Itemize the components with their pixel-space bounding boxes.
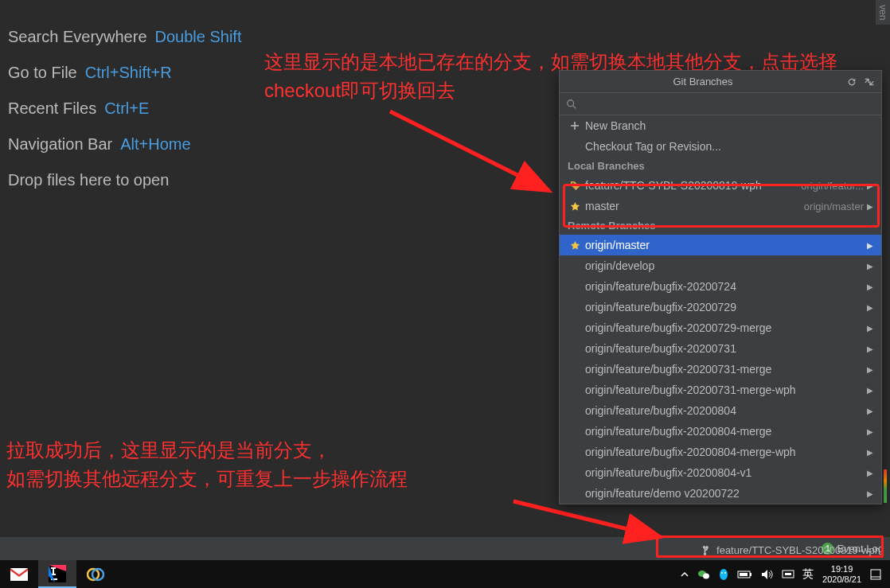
git-branch-icon bbox=[702, 545, 713, 556]
popup-title: Git Branches bbox=[564, 76, 841, 88]
svg-rect-19 bbox=[750, 573, 751, 576]
chevron-right-icon: ▶ bbox=[867, 282, 873, 291]
branch-name: origin/feature/bugfix-20200804-merge bbox=[585, 425, 867, 438]
branch-name: origin/feature/bugfix-20200731 bbox=[585, 342, 867, 355]
menu-label: New Branch bbox=[585, 119, 873, 132]
branch-name: origin/feature/bugfix-20200804-v1 bbox=[585, 466, 867, 479]
svg-line-3 bbox=[573, 105, 576, 108]
branch-name: origin/feature/bugfix-20200724 bbox=[585, 280, 867, 293]
hint-recent-files: Recent Files Ctrl+E bbox=[8, 99, 242, 118]
tray-battery-icon[interactable] bbox=[737, 570, 753, 579]
hint-shortcut: Double Shift bbox=[155, 28, 242, 46]
branch-name: feature/TTC-SYBL-S20200819-wph bbox=[585, 179, 801, 192]
system-tray: 英 19:19 2020/8/21 bbox=[671, 560, 890, 588]
branch-item[interactable]: origin/feature/bugfix-20200804-v1▶ bbox=[560, 462, 881, 483]
expand-icon[interactable] bbox=[862, 75, 876, 89]
branch-name: master bbox=[585, 200, 804, 212]
taskbar-intellij-button[interactable] bbox=[38, 560, 76, 588]
hint-shortcut: Ctrl+Shift+R bbox=[85, 64, 172, 82]
popup-search-row[interactable] bbox=[560, 93, 881, 115]
svg-line-0 bbox=[390, 111, 549, 191]
branch-name: origin/feature/bugfix-20200731-merge-wph bbox=[585, 384, 867, 396]
svg-rect-20 bbox=[740, 573, 748, 576]
star-icon bbox=[568, 201, 582, 212]
annotation-current-branch: 拉取成功后，这里显示的是当前分支， 如需切换其他远程分支，可重复上一步操作流程 bbox=[6, 436, 548, 493]
branch-item[interactable]: origin/feature/bugfix-20200729-merge▶ bbox=[560, 317, 881, 338]
hint-label: Recent Files bbox=[8, 99, 96, 118]
svg-point-17 bbox=[724, 572, 726, 574]
branch-name: origin/feature/bugfix-20200804-merge-wph bbox=[585, 446, 867, 458]
svg-point-2 bbox=[568, 99, 574, 106]
chevron-right-icon: ▶ bbox=[867, 448, 873, 457]
svg-point-15 bbox=[720, 569, 728, 580]
branch-item[interactable]: origin/develop▶ bbox=[560, 255, 881, 276]
tray-network-icon[interactable] bbox=[782, 569, 794, 580]
refresh-icon[interactable] bbox=[845, 75, 859, 89]
search-icon bbox=[566, 99, 577, 110]
taskbar-gmail-button[interactable] bbox=[0, 560, 38, 588]
hint-label: Drop files here to open bbox=[8, 171, 169, 189]
chevron-right-icon: ▶ bbox=[867, 324, 873, 333]
maven-toolwindow-tab[interactable]: ven bbox=[876, 0, 890, 25]
branch-item[interactable]: origin/feature/bugfix-20200804▶ bbox=[560, 400, 881, 421]
branch-item[interactable]: origin/feature/bugfix-20200804-merge-wph… bbox=[560, 442, 881, 462]
branch-item[interactable]: origin/feature/bugfix-20200724▶ bbox=[560, 276, 881, 297]
hint-label: Navigation Bar bbox=[8, 135, 112, 154]
branch-name: origin/feature/bugfix-20200804 bbox=[585, 404, 867, 417]
svg-point-14 bbox=[703, 573, 709, 578]
branch-item[interactable]: origin/feature/demo v20200722▶ bbox=[560, 483, 881, 504]
local-branches-header: Local Branches bbox=[560, 157, 881, 175]
chevron-right-icon: ▶ bbox=[867, 365, 873, 374]
tracking-branch: origin/master bbox=[804, 201, 864, 212]
chevron-right-icon: ▶ bbox=[867, 489, 873, 498]
branch-name: origin/feature/bugfix-20200729 bbox=[585, 301, 867, 313]
hint-shortcut: Ctrl+E bbox=[104, 99, 149, 118]
tray-time: 19:19 bbox=[831, 564, 853, 574]
tray-clock[interactable]: 19:19 2020/8/21 bbox=[822, 564, 861, 583]
branch-item[interactable]: feature/TTC-SYBL-S20200819-wphorigin/fea… bbox=[560, 175, 881, 196]
branch-item[interactable]: masterorigin/master▶ bbox=[560, 196, 881, 216]
star-icon bbox=[568, 240, 582, 251]
branch-item[interactable]: origin/feature/bugfix-20200804-merge▶ bbox=[560, 421, 881, 442]
taskbar-browser-button[interactable] bbox=[76, 560, 115, 588]
branch-item[interactable]: origin/feature/bugfix-20200731-merge▶ bbox=[560, 359, 881, 380]
branch-name: origin/master bbox=[585, 239, 867, 251]
tray-volume-icon[interactable] bbox=[761, 569, 774, 580]
branch-item[interactable]: origin/feature/bugfix-20200731-merge-wph… bbox=[560, 380, 881, 400]
plus-icon bbox=[568, 121, 582, 130]
git-branch-widget[interactable]: feature/TTC-SYBL-S20200819-wph bbox=[702, 544, 880, 556]
tracking-branch: origin/featur... bbox=[801, 180, 864, 192]
checkout-tag-action[interactable]: Checkout Tag or Revision... bbox=[560, 136, 881, 157]
tray-date: 2020/8/21 bbox=[822, 574, 861, 584]
svg-point-16 bbox=[721, 572, 723, 574]
tray-wechat-icon[interactable] bbox=[697, 569, 710, 580]
chevron-right-icon: ▶ bbox=[867, 386, 873, 395]
svg-point-4 bbox=[572, 182, 573, 184]
chevron-right-icon: ▶ bbox=[867, 181, 873, 190]
branch-name: origin/feature/demo v20200722 bbox=[585, 487, 867, 500]
chevron-right-icon: ▶ bbox=[867, 202, 873, 211]
tag-icon bbox=[568, 181, 582, 191]
svg-rect-22 bbox=[785, 573, 791, 575]
branch-item[interactable]: origin/master▶ bbox=[560, 235, 881, 255]
svg-line-1 bbox=[513, 501, 661, 537]
branch-item[interactable]: origin/feature/bugfix-20200731▶ bbox=[560, 338, 881, 359]
chevron-right-icon: ▶ bbox=[867, 262, 873, 271]
windows-taskbar: 英 19:19 2020/8/21 bbox=[0, 560, 890, 588]
chevron-right-icon: ▶ bbox=[867, 241, 873, 250]
chevron-right-icon: ▶ bbox=[867, 407, 873, 415]
popup-header: Git Branches bbox=[560, 71, 881, 93]
branch-item[interactable]: origin/feature/bugfix-20200729▶ bbox=[560, 297, 881, 317]
hint-goto-file: Go to File Ctrl+Shift+R bbox=[8, 64, 242, 82]
tray-notifications-icon[interactable] bbox=[870, 569, 881, 580]
tray-chevron-up-icon[interactable] bbox=[680, 570, 689, 579]
menu-label: Checkout Tag or Revision... bbox=[585, 140, 873, 153]
git-branches-popup: Git Branches New Branch Checkout Tag or … bbox=[559, 70, 882, 504]
hint-drop-files: Drop files here to open bbox=[8, 171, 242, 189]
tray-ime-indicator[interactable]: 英 bbox=[802, 567, 814, 582]
current-branch-name: feature/TTC-SYBL-S20200819-wph bbox=[716, 544, 880, 556]
new-branch-action[interactable]: New Branch bbox=[560, 115, 881, 136]
chevron-right-icon: ▶ bbox=[867, 427, 873, 436]
chevron-right-icon: ▶ bbox=[867, 469, 873, 477]
tray-qq-icon[interactable] bbox=[718, 568, 729, 581]
